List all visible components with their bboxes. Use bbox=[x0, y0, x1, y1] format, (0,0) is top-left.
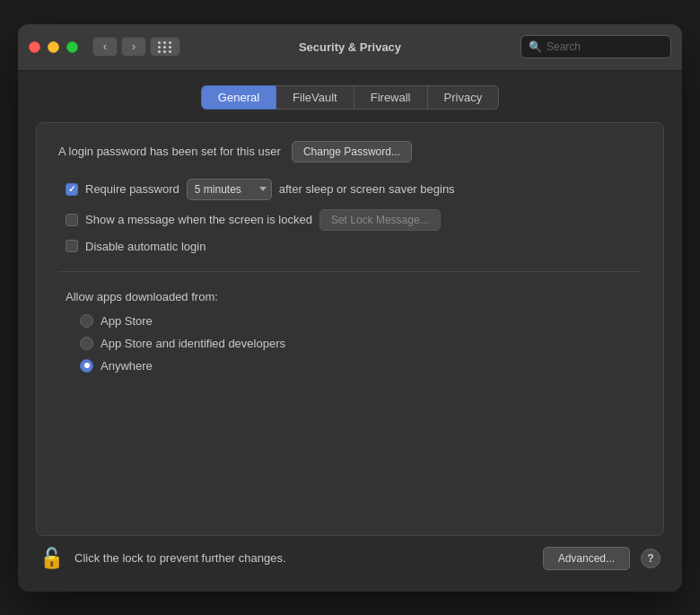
search-icon: 🔍 bbox=[529, 40, 542, 53]
app-store-identified-radio[interactable] bbox=[80, 337, 93, 350]
grid-icon bbox=[158, 41, 172, 53]
minimize-button[interactable] bbox=[48, 41, 59, 53]
tab-privacy[interactable]: Privacy bbox=[428, 85, 500, 110]
disable-login-checkbox[interactable] bbox=[66, 240, 78, 252]
chevron-right-icon: › bbox=[132, 40, 136, 53]
tab-bar: General FileVault Firewall Privacy bbox=[36, 85, 664, 110]
radio-group: App Store App Store and identified devel… bbox=[80, 314, 642, 373]
anywhere-radio-row: Anywhere bbox=[80, 359, 642, 373]
app-store-label: App Store bbox=[101, 314, 153, 328]
show-message-label: Show a message when the screen is locked bbox=[85, 213, 312, 226]
checkmark-icon: ✓ bbox=[68, 184, 75, 194]
show-message-checkbox[interactable] bbox=[66, 214, 78, 226]
main-content: General FileVault Firewall Privacy A log… bbox=[18, 71, 682, 592]
lock-text: Click the lock to prevent further change… bbox=[74, 551, 532, 565]
anywhere-radio[interactable] bbox=[80, 359, 93, 373]
show-message-row: Show a message when the screen is locked… bbox=[66, 209, 642, 231]
bottom-bar: 🔓 Click the lock to prevent further chan… bbox=[36, 536, 664, 577]
require-password-checkbox[interactable]: ✓ bbox=[66, 183, 78, 196]
tab-firewall[interactable]: Firewall bbox=[354, 85, 428, 110]
search-box[interactable]: 🔍 bbox=[521, 35, 671, 58]
app-store-radio-row: App Store bbox=[80, 314, 642, 328]
general-panel: A login password has been set for this u… bbox=[36, 122, 664, 536]
search-input[interactable] bbox=[547, 40, 663, 53]
set-lock-message-button[interactable]: Set Lock Message... bbox=[319, 209, 441, 231]
change-password-button[interactable]: Change Password... bbox=[292, 141, 412, 163]
titlebar: ‹ › Security & Privacy 🔍 bbox=[18, 24, 682, 71]
close-button[interactable] bbox=[29, 41, 40, 53]
chevron-left-icon: ‹ bbox=[103, 40, 107, 53]
security-privacy-window: ‹ › Security & Privacy 🔍 General FileVau… bbox=[18, 24, 682, 592]
forward-button[interactable]: › bbox=[121, 37, 146, 57]
disable-login-row: Disable automatic login bbox=[66, 240, 642, 253]
allow-apps-label: Allow apps downloaded from: bbox=[66, 290, 642, 303]
advanced-button[interactable]: Advanced... bbox=[543, 547, 630, 570]
require-password-dropdown[interactable]: immediately1 minute5 minutes15 minutes1 … bbox=[187, 179, 272, 200]
radio-selected-indicator bbox=[84, 363, 90, 368]
allow-apps-section: Allow apps downloaded from: App Store Ap… bbox=[58, 290, 642, 373]
tab-filevault[interactable]: FileVault bbox=[276, 85, 354, 110]
help-button[interactable]: ? bbox=[641, 549, 661, 568]
require-password-row: ✓ Require password immediately1 minute5 … bbox=[66, 179, 642, 200]
window-title: Security & Privacy bbox=[299, 40, 401, 54]
app-store-identified-radio-row: App Store and identified developers bbox=[80, 337, 642, 350]
login-password-label: A login password has been set for this u… bbox=[58, 145, 281, 158]
after-sleep-label: after sleep or screen saver begins bbox=[279, 182, 455, 196]
anywhere-label: Anywhere bbox=[101, 359, 153, 373]
app-store-radio[interactable] bbox=[80, 314, 93, 328]
maximize-button[interactable] bbox=[66, 41, 78, 53]
grid-button[interactable] bbox=[150, 37, 180, 57]
section-divider bbox=[58, 271, 642, 272]
nav-buttons: ‹ › bbox=[92, 37, 146, 57]
traffic-lights bbox=[29, 41, 78, 53]
login-password-section: A login password has been set for this u… bbox=[58, 141, 642, 163]
require-password-label: Require password bbox=[85, 182, 179, 196]
disable-login-label: Disable automatic login bbox=[85, 240, 206, 253]
app-store-identified-label: App Store and identified developers bbox=[101, 337, 285, 350]
tab-general[interactable]: General bbox=[201, 85, 276, 110]
back-button[interactable]: ‹ bbox=[92, 37, 118, 57]
lock-icon[interactable]: 🔓 bbox=[39, 547, 64, 570]
